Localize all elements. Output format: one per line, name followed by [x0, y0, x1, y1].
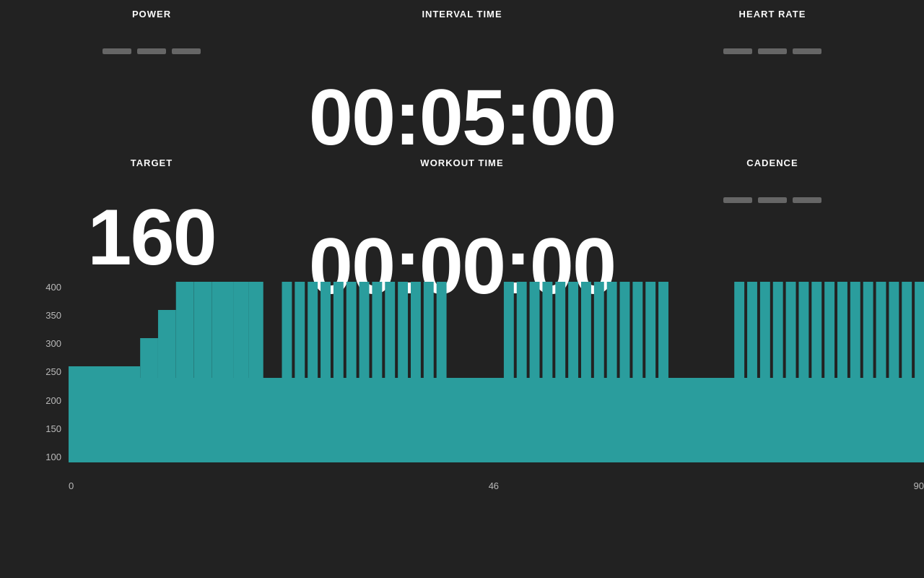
workout-time-label: WORKOUT TIME: [420, 158, 503, 168]
interval-time-value: 00:05:00: [309, 77, 615, 157]
y-label-100: 100: [36, 452, 61, 462]
interval-time-panel: INTERVAL TIME 00:05:00: [260, 9, 664, 157]
power-dashes: [103, 48, 201, 54]
y-label-400: 400: [36, 282, 61, 293]
power-dash-2: [137, 48, 166, 54]
cadence-dashes: [723, 197, 821, 203]
power-panel: POWER: [43, 9, 260, 54]
chart-area: 400 350 300 250 200 150 100: [0, 282, 924, 513]
x-label-90: 90: [914, 480, 924, 491]
power-label: POWER: [132, 9, 171, 20]
target-panel: TARGET 160: [43, 158, 260, 277]
chart-svg: [69, 282, 924, 477]
power-dash-1: [103, 48, 131, 54]
heart-rate-panel: HEART RATE: [664, 9, 881, 54]
cadence-label: CADENCE: [746, 158, 798, 168]
y-label-350: 350: [36, 310, 61, 321]
target-value: 160: [87, 197, 216, 277]
hr-dash-2: [758, 48, 787, 54]
x-label-0: 0: [69, 480, 74, 491]
y-label-300: 300: [36, 338, 61, 349]
power-dash-3: [172, 48, 201, 54]
cad-dash-1: [723, 197, 752, 203]
cad-dash-3: [793, 197, 821, 203]
svg-rect-49: [69, 378, 924, 462]
x-label-46: 46: [489, 480, 499, 491]
heart-rate-label: HEART RATE: [739, 9, 806, 20]
chart-container: 400 350 300 250 200 150 100: [36, 282, 924, 499]
x-axis: 0 46 90: [69, 480, 924, 491]
target-label: TARGET: [131, 158, 173, 168]
heart-rate-dashes: [723, 48, 821, 54]
hr-dash-1: [723, 48, 752, 54]
cad-dash-2: [758, 197, 787, 203]
y-label-150: 150: [36, 423, 61, 434]
hr-dash-3: [793, 48, 821, 54]
y-label-200: 200: [36, 395, 61, 406]
interval-time-label: INTERVAL TIME: [422, 9, 502, 20]
cadence-panel: CADENCE: [664, 158, 881, 203]
y-label-250: 250: [36, 366, 61, 377]
y-axis: 400 350 300 250 200 150 100: [36, 282, 61, 470]
